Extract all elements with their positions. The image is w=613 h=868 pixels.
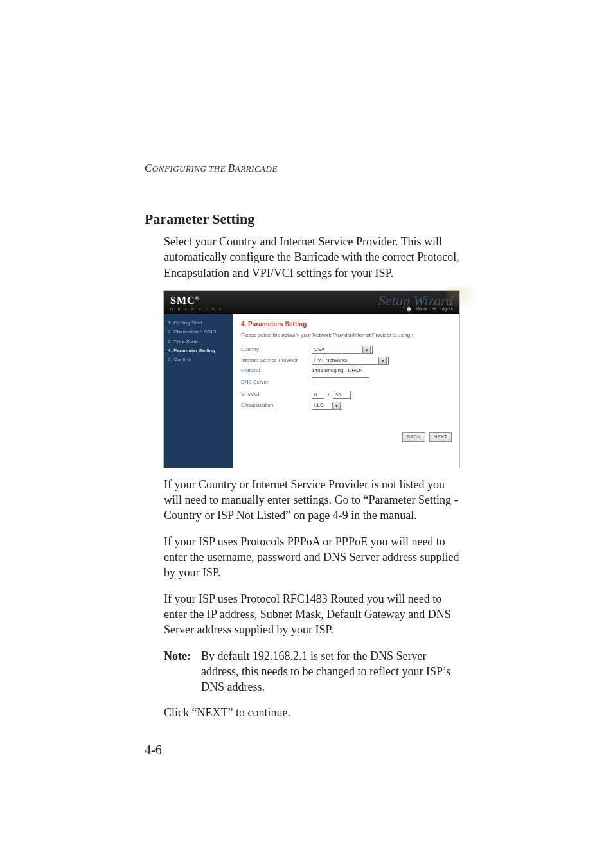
router-header: SMC® N e t w o r k s Setup Wizard 🏠 Home… (164, 291, 459, 314)
router-screenshot: SMC® N e t w o r k s Setup Wizard 🏠 Home… (164, 291, 459, 468)
paragraph-not-listed: If your Country or Internet Service Prov… (164, 477, 465, 524)
paragraph-rfc1483: If your ISP uses Protocol RFC1483 Routed… (164, 591, 465, 638)
panel-title: 4. Parameters Setting (241, 320, 452, 329)
running-head: CONFIGURING THE BARRICADE (145, 162, 465, 175)
vpi-input[interactable]: 0 (312, 391, 324, 399)
nav-step-2[interactable]: 2. Channel and SSID (168, 328, 229, 337)
nav-step-5[interactable]: 5. Confirm (168, 355, 229, 364)
panel-hint: Please select the network your Network P… (241, 332, 452, 339)
logo-subtext: N e t w o r k s (170, 306, 223, 312)
paragraph-pppoa: If your ISP uses Protocols PPPoA or PPPo… (164, 534, 465, 581)
nav-step-1[interactable]: 1. Getting Start (168, 319, 229, 328)
section-heading: Parameter Setting (145, 211, 465, 227)
protocol-label: Protocol (241, 368, 312, 375)
encap-select[interactable]: LLC▾ (312, 402, 342, 410)
page-number: 4-6 (145, 743, 162, 757)
vci-input[interactable]: 35 (333, 391, 351, 399)
header-links: 🏠 Home ↪ Logout (404, 306, 453, 312)
intro-paragraph: Select your Country and Internet Service… (164, 234, 465, 281)
chevron-down-icon: ▾ (378, 357, 387, 365)
country-select[interactable]: USA▾ (312, 346, 373, 354)
dns-label: DNS Server (241, 379, 312, 386)
chevron-down-icon: ▾ (362, 346, 371, 354)
wizard-sidebar: 1. Getting Start 2. Channel and SSID 3. … (164, 314, 233, 468)
chevron-down-icon: ▾ (332, 402, 341, 410)
logo: SMC® (170, 295, 200, 306)
isp-select[interactable]: PVT Networks▾ (312, 357, 389, 365)
next-button[interactable]: NEXT (429, 432, 452, 442)
vpivci-label: VPI/VCI (241, 391, 312, 398)
encap-label: Encapsulation (241, 402, 312, 409)
back-button[interactable]: BACK (402, 432, 425, 442)
click-next-text: Click “NEXT” to continue. (164, 705, 465, 720)
nav-step-4[interactable]: 4. Parameter Setting (168, 346, 229, 355)
dns-input[interactable] (312, 377, 369, 385)
note-text: By default 192.168.2.1 is set for the DN… (201, 648, 465, 695)
protocol-value: 1483 Bridging - DHCP (312, 368, 362, 375)
wizard-main: 4. Parameters Setting Please select the … (233, 314, 459, 468)
note-label: Note: (164, 648, 201, 695)
country-label: Country (241, 346, 312, 353)
home-link[interactable]: 🏠 Home (406, 306, 428, 311)
isp-label: Internet Service Provider (241, 357, 312, 364)
logout-link[interactable]: ↪ Logout (432, 306, 453, 311)
nav-step-3[interactable]: 3. Time Zone (168, 337, 229, 346)
